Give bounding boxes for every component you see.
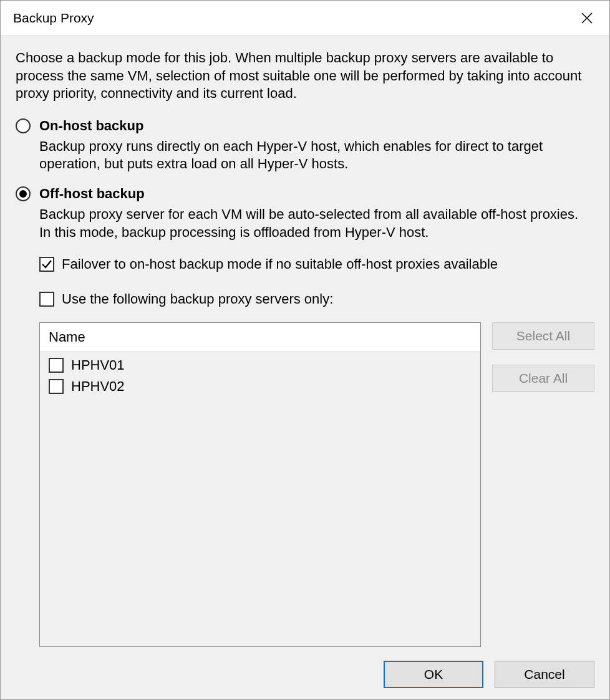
checkbox-box [49, 379, 64, 394]
radio-label: Off-host backup [39, 186, 145, 202]
ok-button[interactable]: OK [384, 661, 483, 688]
dialog-title: Backup Proxy [13, 11, 573, 26]
radio-indicator [16, 118, 31, 133]
proxy-section: Name HPHV01 HPHV02 [39, 322, 594, 647]
checkbox-label: Failover to on-host backup mode if no su… [62, 256, 498, 272]
list-item[interactable]: HPHV02 [40, 376, 480, 397]
close-button[interactable] [573, 4, 601, 32]
radio-off-host[interactable]: Off-host backup [16, 186, 594, 202]
list-item-label: HPHV02 [71, 378, 125, 395]
cancel-button[interactable]: Cancel [495, 661, 594, 688]
checkbox-box [39, 257, 54, 272]
checkbox-box [39, 292, 54, 307]
dialog-window: Backup Proxy Choose a backup mode for th… [0, 0, 610, 700]
side-buttons: Select All Clear All [492, 322, 594, 647]
list-header-name[interactable]: Name [40, 323, 480, 352]
radio-on-host[interactable]: On-host backup [16, 118, 594, 134]
select-all-button[interactable]: Select All [492, 322, 594, 350]
radio-label: On-host backup [39, 118, 143, 134]
list-item[interactable]: HPHV01 [40, 355, 480, 376]
dialog-body: Choose a backup mode for this job. When … [1, 36, 609, 699]
checkmark-icon [41, 259, 52, 270]
clear-all-button[interactable]: Clear All [492, 365, 594, 392]
titlebar: Backup Proxy [1, 1, 609, 36]
checkbox-failover[interactable]: Failover to on-host backup mode if no su… [39, 256, 594, 272]
radio-indicator [16, 186, 31, 201]
proxy-listbox[interactable]: Name HPHV01 HPHV02 [39, 322, 481, 647]
list-item-label: HPHV01 [71, 357, 125, 373]
checkbox-label: Use the following backup proxy servers o… [62, 291, 333, 307]
on-host-description: Backup proxy runs directly on each Hyper… [39, 138, 587, 173]
intro-text: Choose a backup mode for this job. When … [16, 49, 594, 103]
off-host-description: Backup proxy server for each VM will be … [39, 206, 587, 241]
checkbox-use-only[interactable]: Use the following backup proxy servers o… [39, 291, 594, 307]
list-body: HPHV01 HPHV02 [40, 352, 480, 646]
checkbox-box [49, 358, 64, 373]
dialog-footer: OK Cancel [16, 661, 594, 688]
close-icon [581, 12, 593, 24]
